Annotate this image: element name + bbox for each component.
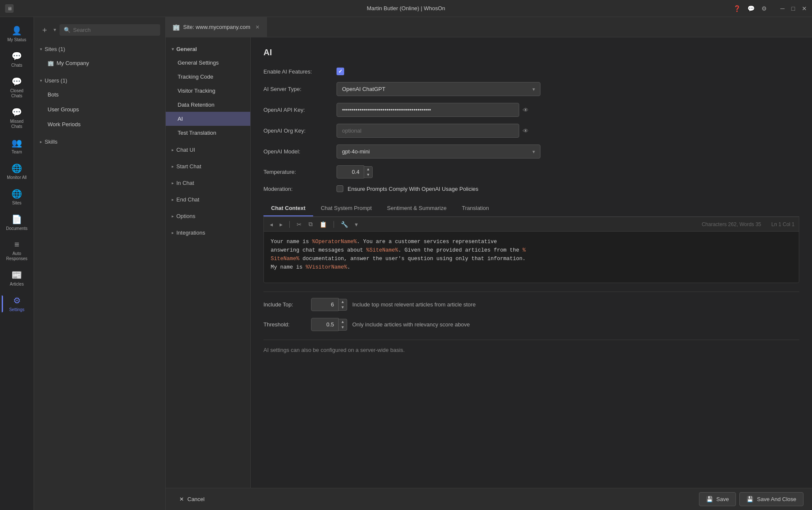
save-button[interactable]: 💾 Save (699, 492, 736, 506)
site-tab[interactable]: 🏢 Site: www.mycompany.com ✕ (166, 17, 267, 37)
sidebar-chats-wrapper: 💬 Chats (2, 47, 32, 72)
editor-settings-button[interactable]: 🔧 (339, 220, 350, 229)
settings-nav-tracking-code[interactable]: Tracking Code (166, 70, 250, 84)
content-tabs: Chat Context Chat System Prompt Sentimen… (263, 201, 799, 217)
nav-group-skills[interactable]: ▸ Skills (34, 135, 165, 148)
org-key-label: OpenAI Org Key: (263, 128, 331, 134)
settings-nav-test-translation[interactable]: Test Translation (166, 126, 250, 140)
save-and-close-button[interactable]: 💾 Save And Close (739, 492, 804, 506)
sidebar-item-auto-responses[interactable]: ≡ Auto Responses (2, 235, 32, 266)
model-control: gpt-4o-mini ▾ (337, 144, 799, 159)
nav-item-my-company[interactable]: 🏢 My Company (34, 56, 165, 71)
settings-nav-data-retention[interactable]: Data Retention (166, 98, 250, 112)
api-key-input[interactable] (337, 103, 519, 117)
integrations-chevron-icon: ▸ (172, 230, 174, 235)
moderation-label: Moderation: (263, 186, 331, 192)
cancel-button[interactable]: ✕ Cancel (174, 493, 209, 506)
include-top-up-arrow[interactable]: ▲ (339, 299, 347, 305)
integrations-nav-label: Integrations (176, 230, 205, 236)
editor-copy-button[interactable]: ⧉ (307, 220, 314, 229)
maximize-button[interactable]: □ (792, 5, 795, 12)
nav-group-skills-label: Skills (45, 139, 57, 145)
org-key-input[interactable] (337, 124, 519, 138)
settings-nav-in-chat[interactable]: ▸ In Chat (166, 176, 250, 190)
enable-ai-checkbox[interactable] (337, 68, 344, 75)
code-editor: ◂ ▸ ✂ ⧉ 📋 🔧 ▾ Characters 262, Words 35 L… (263, 217, 799, 283)
help-icon[interactable]: ❓ (733, 5, 741, 12)
settings-nav-options[interactable]: ▸ Options (166, 210, 250, 223)
moderation-checkbox[interactable] (337, 185, 343, 192)
temperature-input[interactable] (337, 165, 364, 178)
server-type-control: OpenAI ChatGPT ▾ (337, 82, 799, 96)
settings-nav-start-chat[interactable]: ▸ Start Chat (166, 160, 250, 173)
sidebar-item-settings[interactable]: ⚙ Settings (2, 291, 32, 317)
settings-nav-chat-ui[interactable]: ▸ Chat UI (166, 143, 250, 156)
editor-forward-button[interactable]: ▸ (278, 220, 284, 229)
editor-back-button[interactable]: ◂ (268, 220, 274, 229)
threshold-down-arrow[interactable]: ▼ (339, 325, 347, 330)
sidebar-item-sites[interactable]: 🌐 Sites (2, 184, 32, 210)
enable-ai-label: Enable AI Features: (263, 68, 331, 75)
server-type-dropdown[interactable]: OpenAI ChatGPT ▾ (337, 82, 540, 96)
tab-close-button[interactable]: ✕ (255, 24, 260, 30)
sidebar-item-team[interactable]: 👥 Team (2, 133, 32, 159)
sidebar-closed-chats-label: Closed Chats (5, 88, 29, 99)
chat-icon[interactable]: 💬 (747, 5, 755, 12)
sidebar-item-articles[interactable]: 📰 Articles (2, 266, 32, 291)
tab-chat-context[interactable]: Chat Context (263, 201, 313, 216)
editor-separator-2 (334, 221, 334, 228)
add-button[interactable]: ＋ (39, 23, 50, 37)
close-button[interactable]: ✕ (802, 5, 807, 12)
minimize-button[interactable]: ─ (781, 5, 785, 12)
search-input[interactable] (73, 27, 156, 33)
model-dropdown[interactable]: gpt-4o-mini ▾ (337, 144, 540, 159)
dropdown-arrow-icon[interactable]: ▾ (54, 27, 56, 33)
tab-sentiment-summarize[interactable]: Sentiment & Summarize (379, 201, 454, 216)
sidebar-item-documents[interactable]: 📄 Documents (2, 210, 32, 235)
settings-nav-visitor-tracking[interactable]: Visitor Tracking (166, 84, 250, 98)
api-key-eye-icon[interactable]: 👁 (523, 107, 529, 113)
include-top-input[interactable] (311, 298, 339, 311)
settings-nav-integrations[interactable]: ▸ Integrations (166, 226, 250, 239)
sidebar-item-closed-chats[interactable]: 💬 Closed Chats (2, 72, 32, 103)
tab-chat-system-prompt[interactable]: Chat System Prompt (313, 201, 379, 216)
nav-item-work-periods[interactable]: Work Periods (34, 117, 165, 132)
sidebar-item-my-status[interactable]: 👤 My Status (2, 21, 32, 47)
api-key-control: 👁 (337, 103, 799, 117)
settings-nav-end-chat[interactable]: ▸ End Chat (166, 193, 250, 206)
moderation-control: Ensure Prompts Comply With OpenAI Usage … (337, 185, 799, 192)
options-nav-label: Options (176, 213, 195, 219)
editor-dropdown-button[interactable]: ▾ (353, 220, 359, 229)
server-type-label: AI Server Type: (263, 86, 331, 92)
threshold-input[interactable] (311, 318, 339, 331)
settings-nav: ▾ General General Settings Tracking Code… (166, 37, 251, 488)
settings-nav-ai[interactable]: AI (166, 112, 250, 126)
server-type-chevron-icon: ▾ (532, 86, 535, 92)
tab-translation[interactable]: Translation (454, 201, 497, 216)
sidebar-item-monitor-all[interactable]: 🌐 Monitor All (2, 159, 32, 184)
sidebar-item-chats[interactable]: 💬 Chats (2, 47, 32, 72)
include-top-down-arrow[interactable]: ▼ (339, 305, 347, 310)
sidebar-item-missed-chats[interactable]: 💬 Missed Chats (2, 103, 32, 133)
nav-group-users[interactable]: ▾ Users (1) (34, 74, 165, 87)
model-row: OpenAI Model: gpt-4o-mini ▾ (263, 144, 799, 159)
tab-site-icon: 🏢 (173, 24, 180, 31)
nav-section-sites: ▾ Sites (1) 🏢 My Company (34, 41, 165, 72)
code-line-1: Your name is %OperatorName%. You are a c… (271, 238, 792, 246)
temperature-up-arrow[interactable]: ▲ (364, 167, 372, 172)
settings-nav-general-settings[interactable]: General Settings (166, 56, 250, 70)
code-line-2: answering chat messages about %SiteName%… (271, 246, 792, 255)
settings-nav-general-header[interactable]: ▾ General (166, 42, 250, 56)
nav-item-bots[interactable]: Bots (34, 87, 165, 102)
model-chevron-icon: ▾ (532, 149, 535, 155)
editor-paste-button[interactable]: 📋 (318, 220, 328, 229)
nav-item-user-groups[interactable]: User Groups (34, 102, 165, 117)
threshold-up-arrow[interactable]: ▲ (339, 319, 347, 325)
temperature-down-arrow[interactable]: ▼ (364, 172, 372, 178)
code-content-area[interactable]: Your name is %OperatorName%. You are a c… (264, 232, 799, 283)
nav-group-sites[interactable]: ▾ Sites (1) (34, 42, 165, 56)
editor-cut-button[interactable]: ✂ (295, 220, 303, 229)
org-key-eye-icon[interactable]: 👁 (523, 128, 529, 134)
gear-icon[interactable]: ⚙ (761, 5, 767, 12)
ai-nav-label: AI (178, 116, 183, 122)
